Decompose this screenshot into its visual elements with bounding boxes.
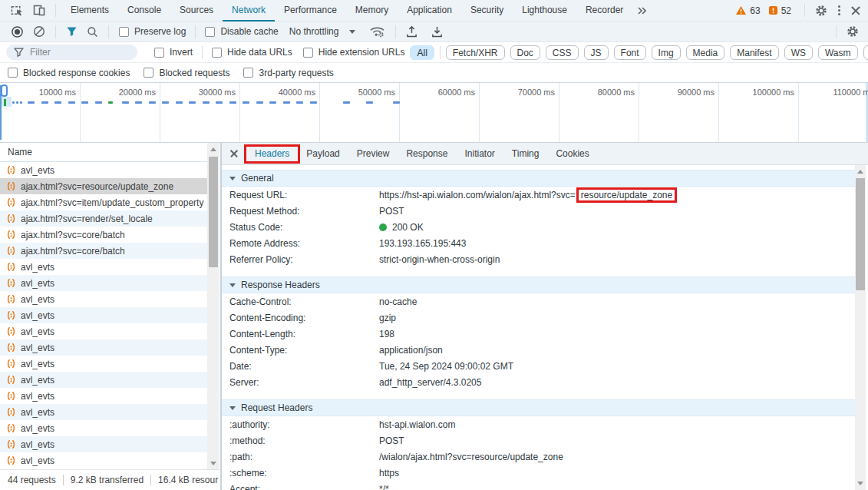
blocked-response-cookies-label: Blocked response cookies — [23, 68, 130, 78]
hide-data-urls-checkbox[interactable] — [212, 48, 222, 58]
search-icon[interactable] — [82, 22, 103, 41]
request-row[interactable]: avl_evts — [0, 291, 207, 307]
request-row[interactable]: avl_evts — [0, 275, 207, 291]
blocked-requests-checkbox[interactable] — [144, 68, 153, 78]
hide-extension-urls-checkbox[interactable] — [303, 48, 313, 58]
blocked-response-cookies-checkbox[interactable] — [8, 68, 18, 78]
disable-cache-label: Disable cache — [220, 26, 278, 37]
filter-input[interactable] — [30, 47, 130, 58]
detail-tab-payload[interactable]: Payload — [298, 143, 348, 165]
throttling-select[interactable]: No throttling — [289, 26, 339, 37]
network-conditions-icon[interactable] — [365, 22, 390, 41]
preserve-log-checkbox[interactable] — [119, 27, 129, 37]
scrollbar-thumb[interactable] — [209, 157, 218, 267]
detail-tab-cookies[interactable]: Cookies — [547, 143, 597, 165]
chip-fetch-xhr[interactable]: Fetch/XHR — [446, 45, 505, 60]
request-row[interactable]: avl_evts — [0, 307, 207, 323]
detail-tab-initiator[interactable]: Initiator — [456, 143, 503, 165]
timeline-activity-dash — [203, 101, 210, 104]
device-toolbar-icon[interactable] — [28, 0, 50, 21]
tab-elements[interactable]: Elements — [61, 0, 118, 22]
section-header-request-headers[interactable]: Request Headers — [222, 399, 856, 416]
request-row[interactable]: avl_evts — [0, 259, 207, 275]
section-header-response-headers[interactable]: Response Headers — [222, 276, 856, 293]
chip-manifest[interactable]: Manifest — [730, 45, 778, 60]
scroll-down-icon[interactable] — [210, 462, 216, 465]
request-row[interactable]: avl_evts — [0, 356, 207, 372]
scroll-down-icon[interactable] — [857, 482, 863, 485]
request-row[interactable]: avl_evts — [0, 452, 207, 468]
request-row[interactable]: avl_evts — [0, 420, 207, 436]
request-row[interactable]: ajax.html?svc=item/update_custom_propert… — [0, 194, 207, 210]
more-options-icon[interactable] — [832, 5, 847, 15]
filter-toggle-icon[interactable] — [61, 22, 82, 41]
scroll-up-icon[interactable] — [857, 170, 863, 174]
chip-all[interactable]: All — [410, 45, 434, 60]
more-tabs-icon[interactable] — [632, 0, 651, 21]
request-row[interactable]: avl_evts — [0, 388, 207, 404]
chip-css[interactable]: CSS — [546, 45, 579, 60]
settings-icon[interactable] — [810, 0, 832, 21]
tab-network[interactable]: Network — [223, 0, 275, 22]
tab-sources[interactable]: Sources — [170, 0, 223, 22]
chip-img[interactable]: Img — [652, 45, 681, 60]
header-value-text: strict-origin-when-cross-origin — [379, 254, 500, 265]
request-row[interactable]: ajax.html?svc=resource/update_zone — [0, 178, 207, 194]
request-list-scrollbar[interactable] — [207, 143, 219, 470]
request-row[interactable]: avl_evts — [0, 436, 207, 452]
disable-cache-checkbox[interactable] — [205, 27, 215, 37]
scrollbar-thumb[interactable] — [856, 178, 865, 290]
request-row[interactable]: avl_evts — [0, 339, 207, 356]
chevron-down-icon[interactable] — [349, 30, 355, 34]
request-row[interactable]: avl_evts — [0, 162, 207, 178]
chip-other[interactable]: Other — [863, 45, 868, 60]
request-name: avl_evts — [21, 278, 54, 289]
third-party-requests-checkbox[interactable] — [243, 68, 253, 78]
detail-tab-headers[interactable]: Headers — [246, 143, 298, 165]
warnings-badge[interactable]: 63 — [735, 5, 760, 16]
clear-network-log-icon[interactable] — [28, 22, 50, 41]
chip-js[interactable]: JS — [584, 45, 609, 60]
request-name: avl_evts — [21, 407, 54, 418]
detail-tab-preview[interactable]: Preview — [348, 143, 398, 165]
chip-font[interactable]: Font — [614, 45, 646, 60]
request-row[interactable]: avl_evts — [0, 372, 207, 388]
record-network-log-icon[interactable] — [6, 22, 28, 41]
tab-lighthouse[interactable]: Lighthouse — [513, 0, 576, 22]
xhr-icon — [6, 165, 16, 175]
tab-console[interactable]: Console — [118, 0, 170, 22]
section-header-general[interactable]: General — [222, 170, 856, 187]
tab-performance[interactable]: Performance — [275, 0, 346, 22]
name-column-header[interactable]: Name — [0, 143, 219, 162]
header-value: 200 OK — [379, 222, 424, 233]
clear-glyph — [33, 25, 45, 38]
invert-checkbox[interactable] — [154, 48, 164, 58]
details-scrollbar[interactable] — [855, 165, 866, 490]
close-devtools-icon[interactable] — [848, 3, 863, 18]
issues-icon — [768, 5, 778, 15]
issues-badge[interactable]: 52 — [768, 5, 791, 16]
network-settings-icon[interactable] — [842, 22, 863, 41]
tab-memory[interactable]: Memory — [346, 0, 398, 22]
request-row[interactable]: ajax.html?svc=render/set_locale — [0, 210, 207, 227]
timeline-overview[interactable]: 10000 ms20000 ms30000 ms40000 ms50000 ms… — [0, 83, 868, 143]
request-row[interactable]: avl_evts — [0, 323, 207, 339]
tab-application[interactable]: Application — [398, 0, 461, 22]
header-value-text: gzip — [379, 313, 396, 323]
import-har-icon[interactable] — [401, 22, 422, 41]
chip-ws[interactable]: WS — [784, 45, 813, 60]
inspect-element-icon[interactable] — [6, 0, 28, 21]
chip-doc[interactable]: Doc — [510, 45, 540, 60]
request-row[interactable]: ajax.html?svc=core/batch — [0, 243, 207, 259]
tab-security[interactable]: Security — [461, 0, 513, 22]
request-row[interactable]: ajax.html?svc=core/batch — [0, 227, 207, 243]
chip-wasm[interactable]: Wasm — [818, 45, 858, 60]
scroll-up-icon[interactable] — [210, 147, 216, 151]
detail-tab-response[interactable]: Response — [398, 143, 456, 165]
detail-tab-timing[interactable]: Timing — [503, 143, 548, 165]
request-row[interactable]: avl_evts — [0, 404, 207, 420]
close-details-icon[interactable] — [226, 146, 242, 161]
export-har-icon[interactable] — [427, 22, 447, 41]
tab-recorder[interactable]: Recorder — [576, 0, 632, 22]
chip-media[interactable]: Media — [686, 45, 725, 60]
